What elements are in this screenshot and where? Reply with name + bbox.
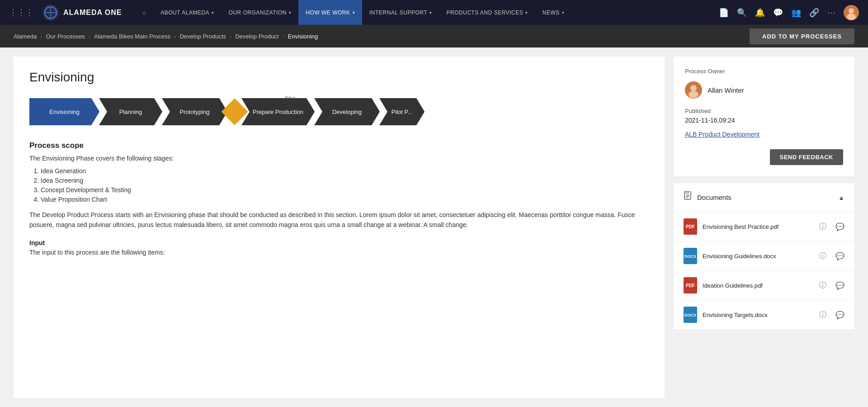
flow-steps: Envisioning Planning Prototyping Prepare…	[29, 98, 649, 125]
doc-name[interactable]: Envisioning Targets.docx	[703, 312, 810, 318]
chevron-icon: ▾	[353, 10, 355, 15]
svg-text:PDF: PDF	[686, 283, 695, 288]
chevron-icon: ▾	[289, 10, 292, 15]
chevron-icon: ▾	[562, 10, 565, 15]
more-icon[interactable]: ⋯	[827, 8, 835, 18]
doc-info-icon[interactable]: ⓘ	[819, 251, 826, 261]
nav-how-we-work[interactable]: HOW WE WORK ▾	[298, 0, 362, 25]
nav-about-alameda[interactable]: ABOUT ALAMEDA ▾	[153, 0, 221, 25]
logo-text: ALAMEDA ONE	[63, 9, 122, 17]
svg-point-9	[689, 91, 698, 98]
flow-step-envisioning[interactable]: Envisioning	[29, 98, 99, 125]
doc-info-icon[interactable]: ⓘ	[819, 310, 826, 320]
breadcrumb-bikes-main[interactable]: Alameda Bikes Main Process	[94, 33, 170, 40]
published-label: Published	[685, 108, 843, 114]
breadcrumb-our-processes[interactable]: Our Processes	[46, 33, 85, 40]
chevron-icon: ▾	[212, 10, 214, 15]
chat-icon[interactable]: 💬	[773, 8, 783, 18]
doc-item: DOCX Envisioning Guidelines.docx ⓘ 💬	[674, 241, 854, 271]
docx-file-icon: DOCX	[684, 307, 697, 323]
nav-right-icons: 📄 🔍 🔔 💬 👥 🔗 ⋯	[719, 5, 859, 20]
list-item: Value Proposition Chart	[41, 196, 649, 203]
list-item: Idea Generation	[41, 167, 649, 175]
input-text: The input to this process are the follow…	[29, 249, 649, 256]
user-avatar[interactable]	[844, 5, 859, 20]
owner-name: Allan Winter	[708, 86, 744, 94]
nav-menu: ⌂ ABOUT ALAMEDA ▾ OUR ORGANIZATION ▾ HOW…	[136, 0, 719, 25]
diamond-shape	[221, 98, 248, 125]
nav-news[interactable]: NEWS ▾	[535, 0, 572, 25]
doc-comment-icon[interactable]: 💬	[835, 222, 844, 231]
doc-name[interactable]: Envisioning Guidelines.docx	[703, 253, 810, 260]
doc-item: PDF Envisioning Best Practice.pdf ⓘ 💬	[674, 212, 854, 241]
search-icon[interactable]: 🔍	[737, 8, 747, 18]
svg-point-6	[847, 14, 856, 20]
scope-list: Idea Generation Idea Screening Concept D…	[41, 167, 649, 203]
svg-point-8	[690, 85, 697, 91]
flow-step-planning[interactable]: Planning	[99, 98, 162, 125]
list-item: Concept Development & Testing	[41, 186, 649, 194]
doc-comment-icon[interactable]: 💬	[835, 252, 844, 260]
owner-avatar	[685, 81, 702, 99]
doc-item: DOCX Envisioning Targets.docx ⓘ 💬	[674, 300, 854, 330]
breadcrumb-sep-1: ›	[40, 33, 42, 40]
doc-info-icon[interactable]: ⓘ	[819, 222, 826, 232]
flow-step-developing[interactable]: Developing	[314, 98, 380, 125]
documents-card: Documents ▲ PDF Envisioning Best Practic…	[674, 183, 854, 330]
logo-icon	[42, 5, 59, 21]
scope-description: The Develop Product Process starts with …	[29, 210, 649, 230]
input-label: Input	[29, 239, 649, 246]
breadcrumb-develop-product[interactable]: Develop Product	[235, 33, 278, 40]
breadcrumb-sep-5: ›	[283, 33, 284, 40]
nav-internal-support[interactable]: INTERNAL SUPPORT ▾	[362, 0, 439, 25]
process-flow: TG1 Envisioning Planning Prototyping	[29, 98, 649, 125]
doc-info-icon[interactable]: ⓘ	[819, 281, 826, 290]
tg-diamond	[225, 102, 244, 121]
nav-our-organization[interactable]: OUR ORGANIZATION ▾	[221, 0, 298, 25]
svg-point-5	[849, 8, 854, 14]
breadcrumb-sep-2: ›	[89, 33, 90, 40]
breadcrumb-develop-products[interactable]: Develop Products	[179, 33, 226, 40]
logo-area: ⋮⋮⋮ ALAMEDA ONE	[9, 5, 122, 21]
send-feedback-button[interactable]: SEND FEEDBACK	[770, 149, 843, 165]
breadcrumb-current: Envisioning	[288, 33, 318, 40]
owner-row: Allan Winter	[685, 81, 843, 99]
nav-products-services[interactable]: PRODUCTS AND SERVICES ▾	[439, 0, 535, 25]
alb-product-development-link[interactable]: ALB Product Development	[685, 131, 843, 138]
process-owner-card: Process Owner Allan Winter Published 202…	[674, 57, 854, 176]
process-owner-label: Process Owner	[685, 68, 843, 75]
doc-comment-icon[interactable]: 💬	[835, 281, 844, 290]
breadcrumb-sep-4: ›	[230, 33, 231, 40]
document-list-icon	[684, 191, 693, 204]
docs-collapse-chevron[interactable]: ▲	[838, 194, 844, 201]
svg-text:DOCX: DOCX	[684, 254, 696, 259]
apps-grid-icon[interactable]: ⋮⋮⋮	[9, 8, 33, 18]
users-icon[interactable]: 👥	[791, 8, 801, 18]
link-icon[interactable]: 🔗	[809, 8, 819, 18]
docx-file-icon: DOCX	[684, 248, 697, 264]
doc-name[interactable]: Envisioning Best Practice.pdf	[703, 223, 810, 230]
add-to-processes-button[interactable]: ADD TO MY PROCESSES	[750, 28, 854, 44]
documents-title: Documents	[697, 194, 731, 201]
bell-icon[interactable]: 🔔	[755, 8, 765, 18]
process-scope-section: Process scope The Envisioning Phase cove…	[29, 141, 649, 256]
list-item: Idea Screening	[41, 177, 649, 184]
svg-text:DOCX: DOCX	[684, 313, 696, 317]
breadcrumb-sep-3: ›	[174, 33, 176, 40]
document-icon[interactable]: 📄	[719, 8, 729, 18]
nav-home[interactable]: ⌂	[136, 0, 154, 25]
right-sidebar: Process Owner Allan Winter Published 202…	[674, 57, 854, 398]
docs-header-left: Documents	[684, 191, 731, 204]
published-date: 2021-11-16,09:24	[685, 117, 843, 124]
svg-rect-11	[686, 192, 689, 193]
breadcrumb-alameda[interactable]: Alameda	[14, 33, 37, 40]
documents-header: Documents ▲	[674, 183, 854, 212]
top-navigation: ⋮⋮⋮ ALAMEDA ONE ⌂ ABOUT ALAMEDA ▾ OUR OR…	[0, 0, 868, 25]
flow-step-prototyping[interactable]: Prototyping	[162, 98, 227, 125]
doc-name[interactable]: Ideation Guidelines.pdf	[703, 282, 810, 289]
breadcrumb-bar: Alameda › Our Processes › Alameda Bikes …	[0, 25, 868, 47]
flow-step-prepare-production[interactable]: Prepare Production	[241, 98, 315, 125]
doc-comment-icon[interactable]: 💬	[835, 311, 844, 319]
content-panel: Envisioning TG1 Envisioning Planning Pro…	[14, 57, 665, 398]
flow-step-pilot[interactable]: Pilot P...	[379, 98, 425, 125]
